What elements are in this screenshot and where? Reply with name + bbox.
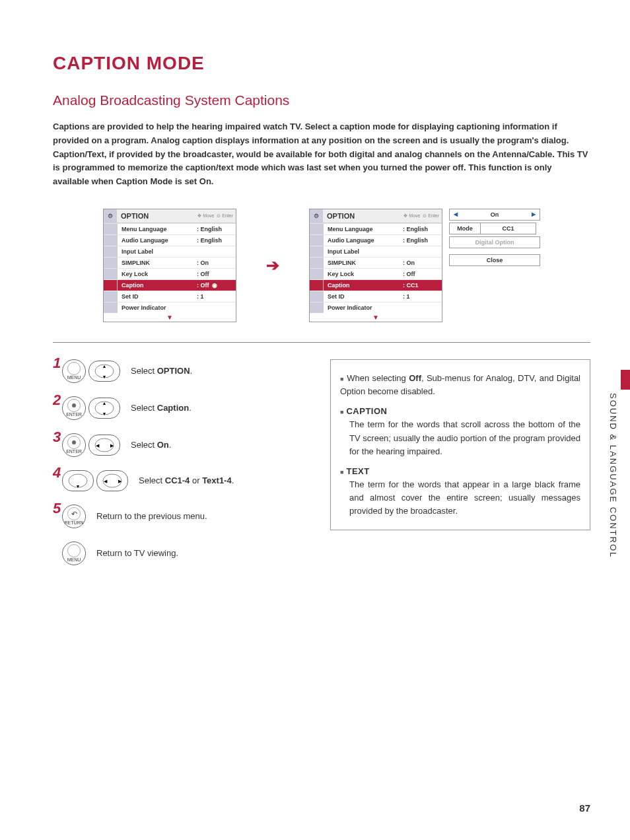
section-indicator [621,370,630,390]
menu-option-left: ⚙OPTION✥ Move ⊙ EnterMenu Language: Engl… [103,209,236,322]
menu-row: Menu Language: English [310,223,442,234]
svg-text:▼: ▼ [76,484,81,489]
menu-row: SIMPLINK: On [104,257,236,268]
dpad-icon: ◀▶ [96,470,128,491]
dpad-icon: ▲▼ [88,398,120,419]
return-button-icon: ↶RETURN [62,505,86,528]
menu-row: Input Label [104,246,236,257]
menu-row: Audio Language: English [310,234,442,246]
option-icon: ⚙ [310,209,323,223]
menu-option-right: ⚙OPTION✥ Move ⊙ EnterMenu Language: Engl… [309,209,442,322]
page-number: 87 [579,802,590,814]
svg-text:▼: ▼ [102,374,107,379]
menu-row: Caption: Off ◉ [104,279,236,291]
menu-row: Set ID: 1 [104,291,236,302]
menu-row: Set ID: 1 [310,291,442,302]
divider [53,342,590,343]
menu-row: Key Lock: Off [310,268,442,279]
menu-row: Input Label [310,246,442,257]
menu-row: Power Indicator [310,302,442,313]
svg-text:◀: ◀ [96,443,100,448]
menu-row: Power Indicator [104,302,236,313]
svg-text:▲: ▲ [102,364,107,368]
steps: 1MENU▲▼Select OPTION.2ENTER▲▼Select Capt… [53,359,304,578]
svg-text:▲: ▲ [102,401,107,405]
arrow-right-icon: ➔ [266,256,279,275]
svg-text:▼: ▼ [102,411,107,416]
intro-text: Captions are provided to help the hearin… [53,120,590,189]
menu-row: Menu Language: English [104,223,236,234]
menu-row: Key Lock: Off [104,268,236,279]
page-title: CAPTION MODE [53,53,590,74]
dpad-icon: ◀▶ [88,435,120,456]
side-section-label: SOUND & LANGUAGE CONTROL [608,393,618,558]
section-subtitle: Analog Broadcasting System Captions [53,92,590,108]
down-icon: ▼ [62,470,94,491]
menu-row: Caption: CC1 [310,279,442,291]
option-icon: ⚙ [104,209,117,223]
dpad-icon: ▲▼ [88,361,120,382]
menu-button-icon: MENU [62,542,86,565]
info-box: ■When selecting Off, Sub-menus for Analo… [330,359,590,530]
menu-row: Audio Language: English [104,234,236,246]
enter-button-icon: ENTER [62,396,86,420]
menu-row: SIMPLINK: On [310,257,442,268]
enter-button-icon: ENTER [62,433,86,457]
caption-submenu: ◀On▶ ModeCC1 Digital Option Close [449,209,540,268]
menu-button-icon: MENU [62,359,86,383]
svg-text:◀: ◀ [104,479,108,483]
